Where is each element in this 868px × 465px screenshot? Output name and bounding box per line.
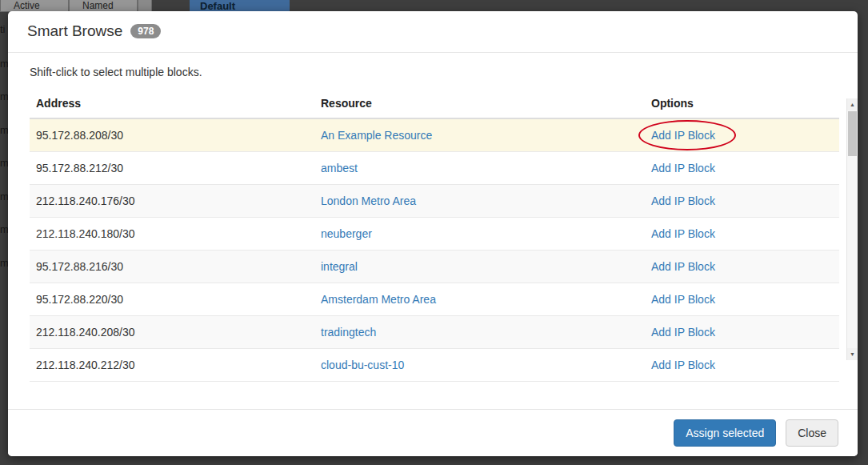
dialog-body: Shift-click to select multiple blocks. A… xyxy=(8,53,858,409)
table-body: 95.172.88.208/30 An Example Resource Add… xyxy=(30,118,839,382)
resource-link[interactable]: An Example Resource xyxy=(321,129,432,142)
table-row[interactable]: 212.118.240.180/30 neuberger Add IP Bloc… xyxy=(30,218,839,251)
add-ip-block-link[interactable]: Add IP Block xyxy=(651,129,715,142)
resource-link[interactable]: neuberger xyxy=(321,227,372,240)
dialog-header: Smart Browse 978 xyxy=(8,11,858,53)
smart-browse-dialog: Smart Browse 978 Shift-click to select m… xyxy=(8,11,858,456)
resource-link[interactable]: ambest xyxy=(321,162,358,174)
table-row[interactable]: 212.118.240.212/30 cloud-bu-cust-10 Add … xyxy=(30,349,839,382)
address-column-header: Address xyxy=(30,90,314,118)
background-text-fragment: ti xyxy=(0,24,8,35)
background-text-fragment: m xyxy=(0,158,8,169)
address-cell: 95.172.88.212/30 xyxy=(30,152,314,185)
address-cell: 212.118.240.212/30 xyxy=(30,349,314,382)
add-ip-block-link[interactable]: Add IP Block xyxy=(651,359,715,371)
resource-link[interactable]: integral xyxy=(321,260,358,273)
assign-selected-button[interactable]: Assign selected xyxy=(674,419,776,447)
add-ip-block-link[interactable]: Add IP Block xyxy=(651,260,715,273)
table-row[interactable]: 95.172.88.216/30 integral Add IP Block xyxy=(30,251,839,283)
add-ip-block-link[interactable]: Add IP Block xyxy=(651,162,715,174)
resource-column-header: Resource xyxy=(314,90,645,118)
address-cell: 212.118.240.180/30 xyxy=(30,218,314,251)
background-text-fragment: m xyxy=(0,258,8,269)
multiselect-hint: Shift-click to select multiple blocks. xyxy=(30,66,832,78)
background-text-fragment: m xyxy=(0,91,8,102)
table-header-row: Address Resource Options xyxy=(30,90,839,118)
vertical-scrollbar[interactable]: ▲ ▼ xyxy=(846,98,858,360)
options-column-header: Options xyxy=(645,90,839,118)
scroll-down-icon[interactable]: ▼ xyxy=(847,348,858,360)
result-count-badge: 978 xyxy=(130,24,161,38)
address-cell: 212.118.240.208/30 xyxy=(30,316,314,349)
background-text-fragment: m xyxy=(0,191,8,202)
table-row[interactable]: 95.172.88.208/30 An Example Resource Add… xyxy=(30,118,839,152)
dialog-footer: Assign selected Close xyxy=(8,409,858,456)
address-cell: 95.172.88.208/30 xyxy=(30,118,314,152)
add-ip-block-link[interactable]: Add IP Block xyxy=(651,326,715,339)
add-ip-block-link[interactable]: Add IP Block xyxy=(651,194,715,207)
background-tab-active: Active xyxy=(0,0,69,12)
background-cell-empty xyxy=(138,0,152,12)
resource-link[interactable]: Amsterdam Metro Area xyxy=(321,293,436,306)
background-tab-named: Named xyxy=(69,0,138,12)
background-text-fragment: m xyxy=(0,58,8,70)
table-row[interactable]: 95.172.88.212/30 ambest Add IP Block xyxy=(30,152,839,185)
address-cell: 95.172.88.216/30 xyxy=(30,251,314,283)
resource-link[interactable]: tradingtech xyxy=(321,326,376,339)
close-button[interactable]: Close xyxy=(786,419,838,447)
add-ip-block-link[interactable]: Add IP Block xyxy=(651,227,715,240)
background-cell-default: Default xyxy=(190,0,290,12)
background-text-fragment: m xyxy=(0,125,8,136)
resource-link[interactable]: cloud-bu-cust-10 xyxy=(321,359,404,371)
resource-link[interactable]: London Metro Area xyxy=(321,194,416,207)
scroll-up-icon[interactable]: ▲ xyxy=(847,98,858,110)
scrollbar-thumb[interactable] xyxy=(848,111,857,156)
background-text-fragment: m xyxy=(0,224,8,235)
add-ip-block-link[interactable]: Add IP Block xyxy=(651,293,715,306)
address-cell: 95.172.88.220/30 xyxy=(30,283,314,316)
table-row[interactable]: 95.172.88.220/30 Amsterdam Metro Area Ad… xyxy=(30,283,839,316)
table-row[interactable]: 212.118.240.208/30 tradingtech Add IP Bl… xyxy=(30,316,839,349)
ip-blocks-table: Address Resource Options 95.172.88.208/3… xyxy=(30,90,839,382)
address-cell: 212.118.240.176/30 xyxy=(30,185,314,218)
table-row[interactable]: 212.118.240.176/30 London Metro Area Add… xyxy=(30,185,839,218)
dialog-title: Smart Browse xyxy=(27,22,122,40)
